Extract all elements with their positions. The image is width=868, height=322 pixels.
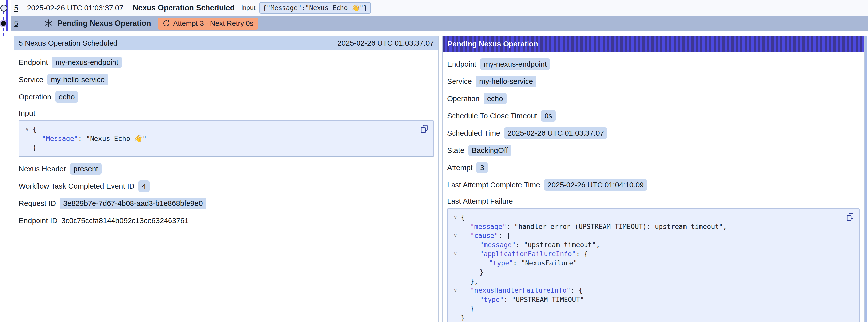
json-line-text: "type": "NexusFailure" [461,258,577,267]
field-row: Endpoint my-nexus-endpoint [19,57,434,68]
copy-icon[interactable] [846,212,855,222]
pending-operation-title: Pending Nexus Operation [58,19,151,28]
field-row: Operation echo [447,93,860,104]
json-line: ∨"cause": { [450,231,842,240]
field-value-badge: 3 [476,162,488,173]
json-line: ∨"nexusHandlerFailureInfo": { [450,286,842,295]
json-line: "Message": "Nexus Echo 👋" [22,134,416,143]
json-line: ∨{ [450,213,842,222]
json-line: "message": "handler error (UPSTREAM_TIME… [450,222,842,231]
endpoint-id-row: Endpoint ID 3c0c75ccfa8144b092c13ce63246… [19,215,434,226]
panel-title: 5 Nexus Operation Scheduled [19,39,118,47]
event-timeline-rail [0,0,11,49]
in-progress-asterisk-icon [44,19,53,28]
collapse-chevron-icon[interactable]: ∨ [450,249,461,258]
field-value-badge: 2025-02-26 UTC 01:03:37.07 [504,127,607,139]
field-label: Operation [447,94,479,103]
json-line-text: } [461,313,465,322]
field-value-badge: my-nexus-endpoint [480,58,550,70]
field-row: Operation echo [19,91,434,103]
last-attempt-failure-label: Last Attempt Failure [447,197,860,205]
field-label: Operation [19,93,51,101]
input-section-label: Input [19,109,434,117]
copy-icon[interactable] [420,124,429,134]
collapse-chevron-icon[interactable]: ∨ [450,213,461,222]
event-input-label: Input [241,4,255,11]
pending-operation-panel-body: Endpoint my-nexus-endpoint Service my-he… [443,52,864,322]
event-timestamp: 2025-02-26 UTC 01:03:37.07 [27,4,123,12]
event-id-link[interactable]: 5 [14,4,18,12]
field-label: Workflow Task Completed Event ID [19,182,134,190]
field-value-badge: 0s [541,110,556,122]
json-line: ∨{ [22,125,416,134]
field-row: Service my-hello-service [447,76,860,87]
pending-nexus-operation-row[interactable]: 5 Pending Nexus Operation Attempt 3 · Ne… [11,15,868,31]
json-line: } [450,304,842,313]
field-row: Scheduled Time 2025-02-26 UTC 01:03:37.0… [447,127,860,139]
event-row-nexus-operation-scheduled[interactable]: 5 2025-02-26 UTC 01:03:37.07 Nexus Opera… [11,0,868,15]
field-value-badge: 4 [138,181,150,192]
pending-operation-panel: Pending Nexus Operation Endpoint my-nexu… [442,36,865,322]
pending-event-id-link[interactable]: 5 [14,19,18,28]
field-row: Last Attempt Complete Time 2025-02-26 UT… [447,179,860,191]
panel-title: Pending Nexus Operation [447,40,538,48]
field-label: Service [19,75,43,84]
retry-icon [162,20,170,27]
field-row: Workflow Task Completed Event ID 4 [19,181,434,192]
timeline-active-bar-icon [6,0,8,31]
field-value-badge: 3e829b7e-7d67-4b08-aad3-b1e868bfe9e0 [60,198,206,209]
json-line-text: } [461,267,484,277]
json-line-text: "message": "upstream timeout", [461,240,600,249]
collapse-chevron-icon[interactable]: ∨ [22,125,33,134]
field-label: Endpoint [447,60,476,68]
field-value-badge: my-hello-service [48,74,108,85]
scheduled-event-panel: 5 Nexus Operation Scheduled 2025-02-26 U… [14,36,439,322]
field-label: State [447,146,464,155]
field-label: Endpoint ID [19,217,58,225]
json-line: "message": "upstream timeout", [450,240,842,249]
field-label: Request ID [19,199,56,207]
json-line-text: "cause": { [461,231,510,240]
json-line: } [450,313,842,322]
field-label: Schedule To Close Timeout [447,112,537,120]
field-value-badge: 2025-02-26 UTC 01:04:10.09 [544,179,647,191]
field-row: Schedule To Close Timeout 0s [447,110,860,122]
field-value-badge: present [70,163,102,174]
field-row: Service my-hello-service [19,74,434,85]
json-line: "type": "UPSTREAM_TIMEOUT" [450,295,842,304]
collapse-chevron-icon[interactable]: ∨ [450,231,461,240]
field-value-badge: BackingOff [468,145,511,156]
field-row: Endpoint my-nexus-endpoint [447,58,860,70]
json-line-text: { [461,213,465,222]
json-line-text: } [461,304,474,313]
json-line-text: "applicationFailureInfo": { [461,249,588,258]
json-line: } [22,143,416,152]
json-line: ∨"applicationFailureInfo": { [450,249,842,258]
field-row: Attempt 3 [447,162,860,173]
collapse-chevron-icon[interactable]: ∨ [450,286,461,295]
details-scrollbar[interactable] [865,36,867,322]
json-line-text: } [33,143,36,152]
json-line: } [450,267,842,277]
field-value-badge: echo [55,91,78,103]
field-value-badge: my-nexus-endpoint [52,57,122,68]
attempt-badge-text: Attempt 3 · Next Retry 0s [173,20,254,28]
json-line-text: "message": "handler error (UPSTREAM_TIME… [461,222,727,231]
json-line-text: "type": "UPSTREAM_TIMEOUT" [461,295,584,304]
field-label: Nexus Header [19,165,66,173]
pending-operation-panel-header: Pending Nexus Operation [443,36,864,52]
json-line: }, [450,277,842,286]
event-input-preview-badge: {"Message":"Nexus Echo 👋"} [259,2,371,13]
field-row: State BackingOff [447,145,860,156]
field-row: Nexus Header present [19,163,434,174]
endpoint-id-link[interactable]: 3c0c75ccfa8144b092c13ce632463761 [61,217,188,225]
field-label: Last Attempt Complete Time [447,181,540,189]
field-row: Request ID 3e829b7e-7d67-4b08-aad3-b1e86… [19,198,434,209]
field-label: Scheduled Time [447,129,500,137]
scheduled-fields-secondary: Nexus Header present Workflow Task Compl… [19,163,434,209]
field-value-badge: my-hello-service [476,76,536,87]
field-label: Service [447,77,472,86]
field-value-badge: echo [484,93,506,104]
attempt-retry-badge: Attempt 3 · Next Retry 0s [158,18,258,30]
json-lines: ∨{"Message": "Nexus Echo 👋"} [22,125,416,152]
